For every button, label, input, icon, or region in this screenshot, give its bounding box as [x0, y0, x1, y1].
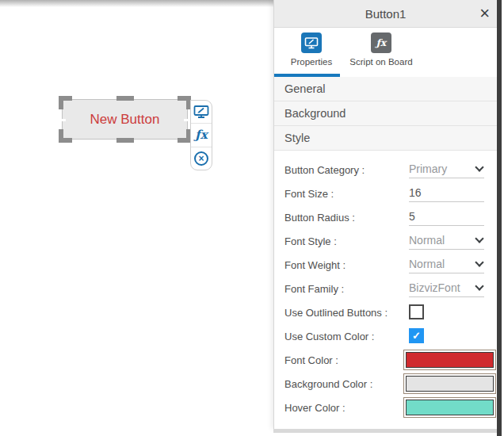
field-button-radius: Button Radius : 5: [274, 205, 497, 229]
color-fill: [406, 376, 494, 392]
selected-value: Primary: [409, 163, 447, 175]
tab-properties[interactable]: Properties: [280, 33, 343, 67]
input-value: 5: [409, 210, 415, 223]
section-background-label: Background: [284, 107, 346, 120]
resize-handle-right-middle[interactable]: [184, 119, 190, 121]
resize-handle-top-right[interactable]: [178, 96, 191, 109]
resize-handle-bottom-left[interactable]: [59, 129, 72, 143]
chevron-down-icon: [475, 234, 483, 243]
field-label: Font Family :: [284, 283, 344, 295]
widget-script-button[interactable]: ƒx: [191, 124, 212, 147]
active-tab-indicator: [274, 74, 340, 77]
selected-value: Normal: [409, 234, 445, 247]
fx-icon: ƒx: [195, 129, 207, 141]
tab-properties-label: Properties: [291, 57, 332, 67]
vertical-scrollbar[interactable]: [497, 0, 502, 436]
designer-canvas[interactable]: New Button ƒx ×: [0, 0, 273, 436]
selected-value: BizvizFont: [409, 281, 460, 294]
tab-script-label: Script on Board: [349, 57, 412, 67]
properties-panel: Button1 × Properties ƒx Script on Board …: [273, 0, 497, 429]
field-label: Background Color :: [284, 378, 372, 390]
check-icon: ✓: [412, 330, 421, 342]
field-label: Button Category :: [284, 164, 365, 176]
field-font-family: Font Family : BizvizFont: [274, 277, 497, 300]
field-label: Font Weight :: [284, 259, 346, 271]
properties-tab-icon: [301, 33, 322, 53]
remove-circle-icon: ×: [194, 151, 208, 166]
field-label: Font Color :: [284, 354, 338, 366]
style-fields: Button Category : Primary Font Size : 16…: [274, 151, 497, 419]
section-background[interactable]: Background: [274, 101, 497, 126]
color-fill: [406, 400, 494, 415]
section-style-label: Style: [284, 132, 310, 144]
selected-value: Normal: [409, 258, 445, 270]
script-fx-tab-icon: ƒx: [371, 33, 391, 53]
font-size-input[interactable]: 16: [409, 184, 484, 202]
use-outlined-buttons-checkbox[interactable]: [409, 304, 424, 319]
panel-tabs: Properties ƒx Script on Board: [274, 28, 497, 77]
field-button-category: Button Category : Primary: [274, 158, 497, 182]
edit-screen-icon: [193, 105, 209, 119]
widget-properties-button[interactable]: [191, 101, 212, 124]
field-font-weight: Font Weight : Normal: [274, 253, 497, 277]
chevron-down-icon: [475, 163, 483, 171]
panel-title: Button1: [365, 7, 407, 21]
widget-remove-button[interactable]: ×: [191, 147, 212, 170]
background-color-swatch[interactable]: [403, 373, 496, 394]
field-font-color: Font Color :: [274, 348, 497, 372]
panel-horizontal-scrollbar[interactable]: [273, 429, 497, 433]
font-weight-select[interactable]: Normal: [409, 255, 484, 273]
field-label: Button Radius :: [284, 212, 355, 224]
field-hover-color: Hover Color :: [274, 396, 497, 419]
close-icon[interactable]: ×: [479, 5, 490, 22]
resize-handle-top-left[interactable]: [59, 96, 72, 109]
section-style[interactable]: Style: [274, 126, 497, 151]
field-label: Use Custom Color :: [284, 331, 374, 342]
font-family-select[interactable]: BizvizFont: [409, 279, 484, 297]
field-font-size: Font Size : 16: [274, 182, 497, 205]
tab-script-on-board[interactable]: ƒx Script on Board: [343, 33, 419, 67]
resize-handle-bottom-middle[interactable]: [116, 138, 134, 143]
button-radius-input[interactable]: 5: [409, 208, 484, 226]
field-use-custom-color: Use Custom Color : ✓: [274, 324, 497, 348]
selected-button-widget[interactable]: New Button: [62, 99, 188, 140]
field-label: Font Size :: [284, 188, 334, 200]
font-style-select[interactable]: Normal: [409, 231, 484, 250]
field-use-outlined-buttons: Use Outlined Buttons :: [274, 300, 497, 324]
field-label: Use Outlined Buttons :: [284, 307, 388, 319]
chevron-down-icon: [475, 281, 483, 290]
new-button-widget[interactable]: New Button: [62, 99, 188, 140]
field-font-style: Font Style : Normal: [274, 229, 497, 253]
field-label: Font Style :: [284, 235, 337, 247]
section-general-label: General: [284, 82, 326, 95]
resize-handle-left-middle[interactable]: [59, 119, 66, 121]
resize-handle-top-middle[interactable]: [116, 96, 134, 101]
widget-action-toolbar: ƒx ×: [190, 100, 212, 170]
canvas-top-gradient-bar: [0, 0, 273, 7]
use-custom-color-checkbox[interactable]: ✓: [409, 328, 424, 343]
resize-handle-bottom-right[interactable]: [178, 129, 191, 143]
field-background-color: Background Color :: [274, 372, 497, 396]
field-label: Hover Color :: [284, 402, 346, 414]
font-color-swatch[interactable]: [403, 350, 496, 370]
color-fill: [406, 352, 494, 368]
chevron-down-icon: [475, 258, 483, 266]
input-value: 16: [409, 186, 422, 199]
panel-header: Button1 ×: [274, 0, 497, 28]
hover-color-swatch[interactable]: [403, 397, 496, 418]
button-category-select[interactable]: Primary: [409, 160, 484, 178]
section-general[interactable]: General: [274, 77, 497, 101]
